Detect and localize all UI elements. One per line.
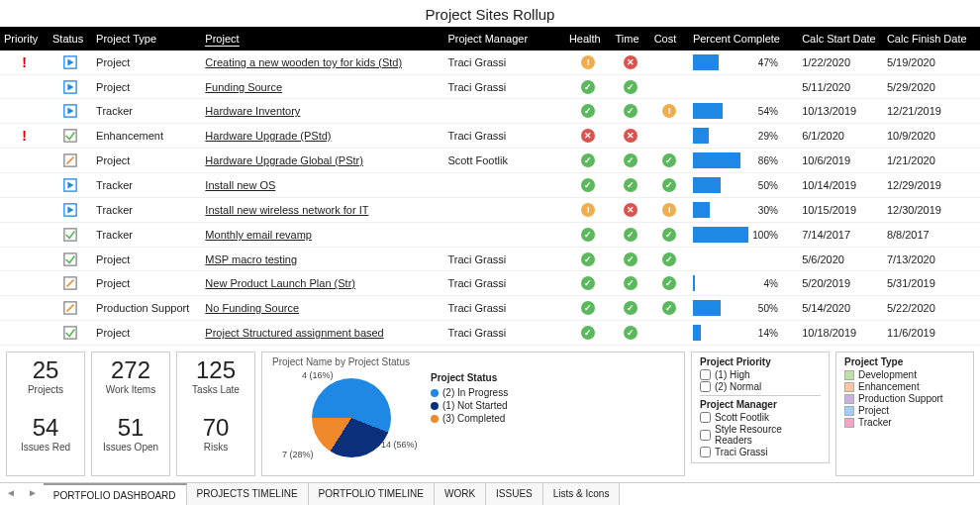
col-priority[interactable]: Priority — [0, 27, 49, 50]
yellow-indicator-icon: ! — [581, 203, 595, 217]
filter-option[interactable]: Project — [844, 405, 965, 416]
cell-pm: Scott Footlik — [443, 149, 565, 173]
project-link[interactable]: Hardware Inventory — [205, 105, 300, 117]
project-link[interactable]: Install new OS — [205, 179, 275, 191]
stat-risks-label: Risks — [185, 442, 246, 453]
project-link[interactable]: Hardware Upgrade (PStd) — [205, 130, 331, 142]
col-start-date[interactable]: Calc Start Date — [798, 27, 883, 50]
project-link[interactable]: Creating a new wooden toy for kids (Std) — [205, 56, 402, 68]
filter-option[interactable]: Development — [844, 369, 965, 380]
stat-tasks-late-label: Tasks Late — [185, 384, 246, 395]
checkbox[interactable] — [700, 430, 711, 441]
sheet-tab[interactable]: PROJECTS TIMELINE — [187, 483, 309, 505]
legend-item[interactable]: (2) In Progress — [431, 387, 508, 398]
cell-start: 5/6/2020 — [798, 248, 883, 271]
filter-option[interactable]: Scott Footlik — [700, 412, 821, 423]
table-row[interactable]: TrackerInstall new OS✓✓✓50%10/14/201912/… — [0, 173, 980, 198]
table-row[interactable]: ProjectMSP macro testingTraci Grassi✓✓✓5… — [0, 248, 980, 271]
status-icon — [63, 276, 77, 288]
project-link[interactable]: Monthly email revamp — [205, 229, 312, 241]
table-row[interactable]: !ProjectCreating a new wooden toy for ki… — [0, 50, 980, 75]
tab-prev[interactable]: ◄ — [0, 483, 22, 505]
legend-swatch-icon — [431, 389, 439, 397]
svg-marker-3 — [67, 83, 73, 90]
table-row[interactable]: TrackerInstall new wireless network for … — [0, 198, 980, 223]
table-row[interactable]: ProjectFunding SourceTraci Grassi✓✓5/11/… — [0, 75, 980, 99]
svg-marker-10 — [67, 182, 73, 189]
filter-option[interactable]: Style Resource Readers — [700, 424, 821, 446]
filter-project-type[interactable]: Project Type DevelopmentEnhancementProdu… — [835, 352, 974, 476]
green-indicator-icon: ✓ — [624, 326, 637, 340]
table-row[interactable]: TrackerHardware Inventory✓✓!54%10/13/201… — [0, 99, 980, 124]
project-link[interactable]: Install new wireless network for IT — [205, 204, 368, 216]
rollup-table: Priority Status Project Type Project Pro… — [0, 27, 980, 346]
project-link[interactable]: Project Structured assignment based — [205, 327, 383, 339]
col-status[interactable]: Status — [49, 27, 92, 50]
stat-card[interactable]: 25Projects 54Issues Red — [6, 352, 85, 476]
col-health[interactable]: Health — [565, 27, 612, 50]
checkbox[interactable] — [700, 412, 711, 423]
green-indicator-icon: ✓ — [581, 104, 595, 118]
status-icon — [63, 178, 77, 190]
table-row[interactable]: ProjectNew Product Launch Plan (Str)Trac… — [0, 271, 980, 296]
sheet-tab[interactable]: ISSUES — [486, 483, 543, 505]
col-cost[interactable]: Cost — [650, 27, 689, 50]
chart-title: Project Name by Project Status — [272, 356, 410, 367]
pie-chart[interactable] — [312, 378, 391, 457]
sheet-tab[interactable]: PORTFOLIO DASHBOARD — [44, 483, 187, 505]
filter-option[interactable]: (1) High — [700, 369, 821, 380]
type-swatch-icon — [844, 394, 854, 404]
col-pm[interactable]: Project Manager — [443, 27, 565, 50]
cell-percent-complete — [689, 75, 798, 99]
filter-option[interactable]: Production Support — [844, 393, 965, 404]
col-finish-date[interactable]: Calc Finish Date — [883, 27, 980, 50]
filter-option[interactable]: Enhancement — [844, 381, 965, 392]
stat-work-items-num: 272 — [100, 356, 161, 384]
table-row[interactable]: !EnhancementHardware Upgrade (PStd)Traci… — [0, 124, 980, 149]
stat-tasks-late-num: 125 — [185, 356, 246, 384]
table-row[interactable]: ProjectProject Structured assignment bas… — [0, 321, 980, 346]
svg-marker-1 — [67, 59, 73, 66]
checkbox[interactable] — [700, 369, 711, 380]
col-percent-complete[interactable]: Percent Complete — [689, 27, 798, 50]
project-link[interactable]: New Product Launch Plan (Str) — [205, 277, 355, 289]
status-icon — [63, 129, 77, 141]
stat-card[interactable]: 272Work Items 51Issues Open — [91, 352, 170, 476]
sheet-tab[interactable]: WORK — [435, 483, 486, 505]
project-link[interactable]: Hardware Upgrade Global (PStr) — [205, 154, 363, 166]
project-link[interactable]: No Funding Source — [205, 302, 299, 314]
filter-option[interactable]: Tracker — [844, 417, 965, 428]
cell-type: Project — [92, 75, 201, 99]
sheet-tab[interactable]: PORTFOLIO TIMELINE — [309, 483, 435, 505]
pie-slice-label: 14 (56%) — [381, 440, 418, 450]
checkbox[interactable] — [700, 447, 711, 457]
project-link[interactable]: MSP macro testing — [205, 253, 297, 265]
col-type[interactable]: Project Type — [92, 27, 201, 50]
table-row[interactable]: TrackerMonthly email revamp✓✓✓100%7/14/2… — [0, 223, 980, 248]
stat-card[interactable]: 125Tasks Late 70Risks — [176, 352, 255, 476]
filter-option[interactable]: Traci Grassi — [700, 447, 821, 457]
col-time[interactable]: Time — [611, 27, 649, 50]
pie-chart-card[interactable]: Project Name by Project Status 14 (56%) … — [261, 352, 685, 476]
cell-finish: 5/31/2019 — [883, 271, 980, 296]
sheet-tab[interactable]: Lists & Icons — [543, 483, 621, 505]
yellow-indicator-icon: ! — [662, 203, 676, 217]
table-row[interactable]: Production SupportNo Funding SourceTraci… — [0, 296, 980, 321]
table-row[interactable]: ProjectHardware Upgrade Global (PStr)Sco… — [0, 149, 980, 173]
checkbox[interactable] — [700, 381, 711, 392]
legend-swatch-icon — [431, 415, 439, 423]
legend-item[interactable]: (1) Not Started — [431, 400, 508, 411]
filter-option[interactable]: (2) Normal — [700, 381, 821, 392]
legend-title: Project Status — [431, 372, 508, 383]
tab-next[interactable]: ► — [22, 483, 44, 505]
filter-project-priority[interactable]: Project Priority (1) High(2) Normal Proj… — [691, 352, 830, 463]
col-project[interactable]: Project — [201, 27, 443, 50]
svg-marker-5 — [67, 108, 73, 115]
green-indicator-icon: ✓ — [581, 153, 595, 167]
legend-item[interactable]: (3) Completed — [431, 413, 508, 424]
green-indicator-icon: ✓ — [662, 276, 676, 290]
cell-finish: 12/30/2019 — [883, 198, 980, 223]
project-link[interactable]: Funding Source — [205, 81, 282, 93]
cell-pm: Traci Grassi — [443, 248, 565, 271]
cell-finish: 5/29/2020 — [883, 75, 980, 99]
